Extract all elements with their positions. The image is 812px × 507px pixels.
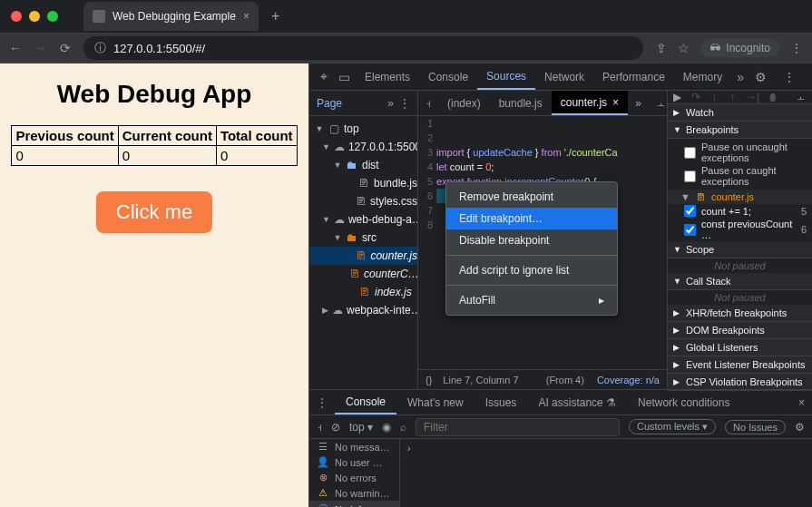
- drawer-tab-ai[interactable]: AI assistance ⚗: [527, 390, 627, 414]
- pane-dom[interactable]: ▶DOM Breakpoints: [668, 322, 812, 339]
- console-filter-input[interactable]: [416, 418, 620, 436]
- back-button[interactable]: ←: [9, 41, 22, 55]
- console-prompt[interactable]: ›: [400, 439, 812, 507]
- tree-index[interactable]: 🖹index.js: [309, 283, 417, 301]
- sources-menu-icon[interactable]: ⋮: [399, 97, 410, 110]
- reload-button[interactable]: ⟳: [60, 41, 71, 55]
- devtools-settings-icon[interactable]: ⚙: [749, 70, 772, 84]
- ctx-autofill[interactable]: AutoFill▸: [446, 289, 617, 311]
- bp-row-1[interactable]: count += 1;5: [668, 204, 812, 218]
- browser-menu-button[interactable]: ⋮: [790, 41, 803, 55]
- pause-button[interactable]: ▶: [673, 91, 682, 103]
- forward-button[interactable]: →: [34, 41, 47, 55]
- click-me-button[interactable]: Click me: [96, 191, 212, 233]
- sources-page-tab[interactable]: Page: [317, 97, 342, 110]
- tree-styles[interactable]: 🖹styles.css: [309, 192, 417, 210]
- bookmark-icon[interactable]: ☆: [678, 41, 690, 55]
- ctx-disable-breakpoint[interactable]: Disable breakpoint: [446, 229, 617, 251]
- step-into-button[interactable]: ↓: [709, 91, 719, 103]
- console-sidebar-toggle-icon[interactable]: ⫞: [317, 421, 322, 434]
- file-tab-counter[interactable]: counter.js×: [552, 91, 628, 115]
- drawer-tab-issues[interactable]: Issues: [474, 390, 528, 414]
- bp-file-header[interactable]: ▼🖹counter.js: [668, 190, 812, 204]
- toggle-debugger-icon[interactable]: ⫠: [649, 97, 674, 110]
- chk-caught[interactable]: [684, 171, 696, 182]
- tab-performance[interactable]: Performance: [593, 63, 674, 90]
- ctx-edit-breakpoint[interactable]: Edit breakpoint…: [446, 208, 617, 229]
- url-bar[interactable]: ⓘ 127.0.0.1:5500/#/: [83, 36, 643, 60]
- msg-info[interactable]: ⓘNo info: [309, 501, 399, 507]
- drawer-close-icon[interactable]: ×: [798, 396, 805, 409]
- console-context[interactable]: top ▾: [349, 421, 373, 434]
- log-levels[interactable]: Custom levels ▾: [629, 419, 716, 434]
- more-tabs-icon[interactable]: »: [731, 70, 749, 84]
- bp-row-2[interactable]: const previousCount …6: [668, 218, 812, 241]
- tree-src[interactable]: ▼🖿src: [309, 229, 417, 247]
- tree-domain[interactable]: ▼☁127.0.0.1:5500: [309, 138, 417, 156]
- devtools-close-icon[interactable]: ×: [807, 70, 812, 84]
- drawer-menu-icon[interactable]: ⋮: [317, 396, 335, 409]
- tree-webpack[interactable]: ▶☁webpack-inte…: [309, 301, 417, 319]
- site-info-icon[interactable]: ⓘ: [94, 40, 106, 56]
- device-toolbar-icon[interactable]: ▭: [333, 70, 356, 84]
- no-issues-badge[interactable]: No Issues: [725, 420, 786, 434]
- more-file-tabs-icon[interactable]: »: [628, 97, 649, 110]
- toggle-navigator-icon[interactable]: ⫞: [418, 97, 438, 110]
- drawer-tab-console[interactable]: Console: [335, 390, 396, 414]
- tree-counterc[interactable]: 🖹counterC…: [309, 265, 417, 283]
- coverage-status[interactable]: Coverage: n/a: [597, 375, 660, 385]
- msg-all[interactable]: ☰No messa…: [309, 439, 399, 454]
- close-file-icon[interactable]: ×: [612, 96, 619, 109]
- msg-warnings[interactable]: ⚠No warnin…: [309, 485, 399, 501]
- tree-counter[interactable]: 🖹counter.js: [309, 247, 417, 265]
- tab-console[interactable]: Console: [419, 63, 477, 90]
- step-over-button[interactable]: ↷: [691, 91, 700, 103]
- tab-sources[interactable]: Sources: [477, 63, 535, 90]
- pane-callstack[interactable]: ▼Call Stack: [668, 273, 812, 290]
- browser-tab[interactable]: Web Debugging Example ×: [83, 2, 259, 31]
- debugger-pane-icon[interactable]: ⫠: [796, 91, 807, 103]
- bp1-checkbox[interactable]: [684, 205, 696, 217]
- tab-network[interactable]: Network: [535, 63, 593, 90]
- devtools-menu-icon[interactable]: ⋮: [778, 70, 801, 84]
- pane-watch[interactable]: ▶Watch: [668, 104, 812, 122]
- tab-memory[interactable]: Memory: [674, 63, 731, 90]
- step-button[interactable]: →|: [746, 91, 759, 103]
- pane-xhr[interactable]: ▶XHR/fetch Breakpoints: [668, 305, 812, 322]
- new-tab-button[interactable]: +: [271, 8, 279, 24]
- line-gutter[interactable]: 12345678: [418, 116, 436, 369]
- bp2-checkbox[interactable]: [684, 224, 696, 236]
- deactivate-bp-button[interactable]: ⬮: [768, 91, 778, 103]
- pane-breakpoints[interactable]: ▼Breakpoints: [668, 122, 812, 139]
- pane-scope[interactable]: ▼Scope: [668, 241, 812, 258]
- pane-event[interactable]: ▶Event Listener Breakpoints: [668, 356, 812, 374]
- drawer-tab-whatsnew[interactable]: What's new: [396, 390, 474, 414]
- file-tab-bundle[interactable]: bundle.js: [490, 91, 552, 115]
- inspect-element-icon[interactable]: ⌖: [315, 69, 333, 84]
- tab-elements[interactable]: Elements: [356, 63, 419, 90]
- share-icon[interactable]: ⇪: [656, 41, 667, 55]
- window-maximize-icon[interactable]: [47, 11, 58, 22]
- chk-uncaught[interactable]: [684, 147, 696, 159]
- console-settings-icon[interactable]: ⚙: [795, 421, 805, 434]
- clear-console-icon[interactable]: ⊘: [331, 421, 340, 434]
- step-out-button[interactable]: ↑: [728, 91, 737, 103]
- pane-global[interactable]: ▶Global Listeners: [668, 339, 812, 356]
- tree-webdebug[interactable]: ▼☁web-debug-a…: [309, 210, 417, 229]
- msg-user[interactable]: 👤No user …: [309, 454, 399, 470]
- tree-bundle[interactable]: 🖹bundle.js: [309, 174, 417, 192]
- ctx-remove-breakpoint[interactable]: Remove breakpoint: [446, 186, 617, 208]
- pretty-print-icon[interactable]: {}: [426, 375, 432, 385]
- window-minimize-icon[interactable]: [29, 11, 40, 22]
- drawer-tab-network[interactable]: Network conditions: [627, 390, 740, 414]
- tree-dist[interactable]: ▼🖿dist: [309, 156, 417, 174]
- file-tab-index[interactable]: (index): [438, 91, 490, 115]
- window-close-icon[interactable]: [11, 11, 22, 22]
- source-from[interactable]: (From 4): [546, 375, 584, 385]
- ctx-add-ignore[interactable]: Add script to ignore list: [446, 259, 617, 281]
- tree-top[interactable]: ▼▢top: [309, 120, 417, 138]
- incognito-indicator[interactable]: 🕶 Incognito: [700, 39, 779, 57]
- msg-errors[interactable]: ⊗No errors: [309, 470, 399, 485]
- more-sources-tabs-icon[interactable]: »: [387, 97, 394, 110]
- close-tab-icon[interactable]: ×: [243, 10, 249, 23]
